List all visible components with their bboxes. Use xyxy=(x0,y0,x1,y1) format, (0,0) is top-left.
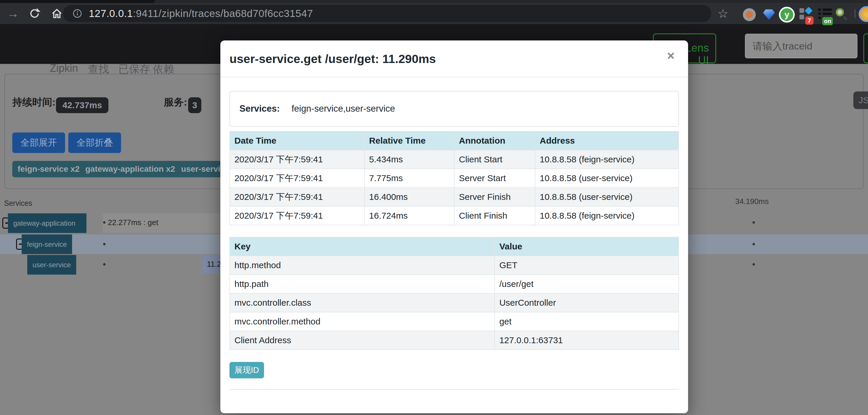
extension-badge-7: 7 xyxy=(805,17,813,25)
col-annotation: Annotation xyxy=(454,131,535,150)
modal-header: user-service.get /user/get: 11.290ms × xyxy=(220,40,688,78)
col-address: Address xyxy=(535,131,679,150)
modal-footer-divider xyxy=(229,389,679,390)
cell-value: GET xyxy=(495,256,679,275)
cell-value: get xyxy=(495,312,679,331)
home-icon[interactable] xyxy=(51,7,63,20)
modal-body: Services: feign-service,user-service Dat… xyxy=(220,91,688,390)
extension-magnifier-icon[interactable] xyxy=(834,7,849,22)
magnifier-icon xyxy=(836,8,844,17)
tag-row: mvc.controller.method get xyxy=(230,312,679,331)
tag-row: http.method GET xyxy=(230,256,679,275)
cell-address: 10.8.8.58 (feign-service) xyxy=(535,150,679,169)
blue-gem-icon xyxy=(763,9,775,20)
cell-annotation: Client Start xyxy=(454,150,535,169)
cell-annotation: Server Start xyxy=(454,169,535,187)
tags-table: Key Value http.method GET http.path /use… xyxy=(229,237,679,350)
cyan-diamond-icon xyxy=(805,7,813,14)
annotation-row: 2020/3/17 下午7:59:41 7.775ms Server Start… xyxy=(230,169,679,187)
modal-title: user-service.get /user/get: 11.290ms xyxy=(229,40,679,78)
show-ids-button[interactable]: 展现ID xyxy=(229,362,264,378)
url-text: 127.0.0.1:9411/zipkin/traces/ba68d70f6cc… xyxy=(89,8,313,19)
close-icon[interactable]: × xyxy=(667,49,675,62)
col-value: Value xyxy=(495,237,679,256)
cell-annotation: Client Finish xyxy=(454,206,535,225)
url-bar[interactable]: 127.0.0.1:9411/zipkin/traces/ba68d70f6cc… xyxy=(63,5,711,22)
bookmark-star-icon[interactable]: ☆ xyxy=(716,7,730,20)
tags-header-row: Key Value xyxy=(230,237,679,256)
services-panel: Services: feign-service,user-service xyxy=(229,91,679,127)
cell-relative: 16.724ms xyxy=(365,206,454,225)
extension-badge-on: on xyxy=(822,17,833,25)
cell-key: Client Address xyxy=(230,331,495,350)
cell-key: mvc.controller.class xyxy=(230,293,495,312)
annotations-header-row: Date Time Relative Time Annotation Addre… xyxy=(230,131,679,150)
cell-address: 10.8.8.58 (feign-service) xyxy=(535,206,679,225)
tag-row: http.path /user/get xyxy=(230,275,679,293)
annotation-row: 2020/3/17 下午7:59:41 16.724ms Client Fini… xyxy=(230,206,679,225)
extension-orange-icon[interactable] xyxy=(742,7,757,22)
annotations-table: Date Time Relative Time Annotation Addre… xyxy=(229,131,679,226)
cell-datetime: 2020/3/17 下午7:59:41 xyxy=(230,169,365,187)
cell-annotation: Server Finish xyxy=(454,187,535,206)
cell-datetime: 2020/3/17 下午7:59:41 xyxy=(230,150,365,169)
site-info-icon[interactable] xyxy=(72,8,82,19)
cell-relative: 16.400ms xyxy=(365,187,454,206)
col-relative-time: Relative Time xyxy=(365,131,454,150)
services-label: Services: xyxy=(240,103,280,114)
cell-value: /user/get xyxy=(495,275,679,293)
cell-relative: 5.434ms xyxy=(365,150,454,169)
annotation-row: 2020/3/17 下午7:59:41 5.434ms Client Start… xyxy=(230,150,679,169)
cell-key: http.method xyxy=(230,256,495,275)
cell-datetime: 2020/3/17 下午7:59:41 xyxy=(230,206,365,225)
annotation-row: 2020/3/17 下午7:59:41 16.400ms Server Fini… xyxy=(230,187,679,206)
cell-value: 127.0.0.1:63731 xyxy=(495,331,679,350)
cell-key: http.path xyxy=(230,275,495,293)
url-host: 127.0.0.1 xyxy=(89,8,133,19)
extension-grid-icon[interactable]: 7 xyxy=(799,7,814,22)
green-y-icon: y xyxy=(779,7,795,23)
browser-tabstrip xyxy=(0,0,868,3)
screen: → 127.0.0.1:9411/zipkin/traces/ba68d70f6… xyxy=(0,0,868,415)
cell-datetime: 2020/3/17 下午7:59:41 xyxy=(230,187,365,206)
col-key: Key xyxy=(230,237,495,256)
extension-gem-icon[interactable] xyxy=(761,7,777,22)
span-detail-modal: user-service.get /user/get: 11.290ms × S… xyxy=(220,40,688,413)
forward-icon[interactable]: → xyxy=(6,7,19,20)
toolbar-divider xyxy=(855,9,856,18)
url-path: :9411/zipkin/traces/ba68d70f6cc31547 xyxy=(133,8,313,19)
reload-icon[interactable] xyxy=(28,7,41,20)
cell-key: mvc.controller.method xyxy=(230,312,495,331)
cell-relative: 7.775ms xyxy=(365,169,454,187)
services-value: feign-service,user-service xyxy=(291,103,395,114)
orange-circle-icon xyxy=(743,8,756,21)
profile-avatar[interactable] xyxy=(859,6,868,22)
browser-active-tab[interactable] xyxy=(154,0,868,3)
tag-row: mvc.controller.class UserController xyxy=(230,293,679,312)
extension-list-icon[interactable]: on xyxy=(818,7,833,22)
extension-y-icon[interactable]: y xyxy=(779,7,794,22)
cell-value: UserController xyxy=(495,293,679,312)
tag-row: Client Address 127.0.0.1:63731 xyxy=(230,331,679,350)
col-date-time: Date Time xyxy=(230,131,365,150)
cell-address: 10.8.8.58 (user-service) xyxy=(535,169,679,187)
browser-toolbar: → 127.0.0.1:9411/zipkin/traces/ba68d70f6… xyxy=(0,3,868,24)
cell-address: 10.8.8.58 (user-service) xyxy=(535,187,679,206)
